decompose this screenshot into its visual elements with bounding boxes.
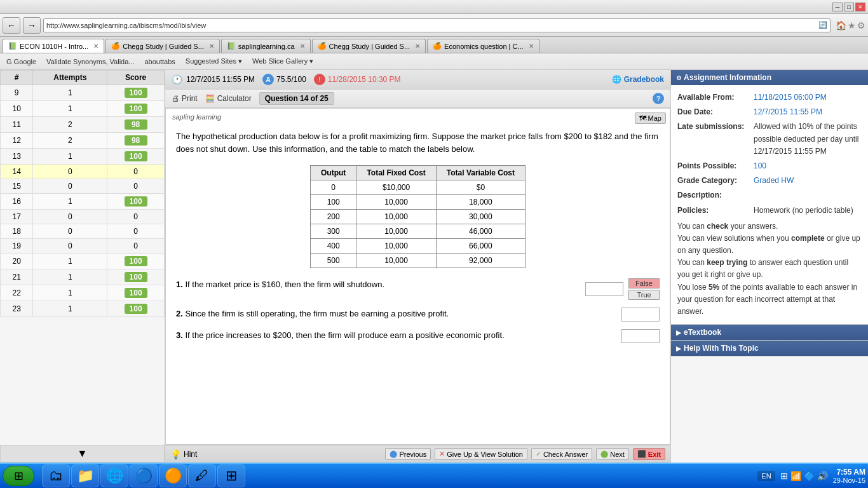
table-row[interactable]: 211100 [1,269,165,285]
assignment-info-header[interactable]: ⊖ Assignment Information [671,70,868,85]
row-score: 100 [107,301,165,317]
table-row[interactable]: 131100 [1,149,165,165]
calculator-button[interactable]: 🧮 Calculator [205,94,252,103]
sub-q3-answer-box[interactable] [621,329,660,343]
tab-chegg1[interactable]: 🍊 Chegg Study | Guided S... ✕ [105,39,220,53]
table-row[interactable]: 231100 [1,301,165,317]
print-button[interactable]: 🖨 Print [172,94,198,103]
taskbar-app4[interactable]: 🟠 [159,464,187,487]
maximize-button[interactable]: □ [844,3,854,11]
table-row: 10010,00018,000 [311,195,526,210]
exit-button[interactable]: ⬛ Exit [633,448,665,460]
print-icon: 🖨 [172,94,179,103]
sub-q2-answer-box[interactable] [621,308,660,322]
row-attempts: 2 [33,133,107,149]
help-button[interactable]: ? [653,93,664,104]
check-answer-button[interactable]: ✓ Check Answer [531,448,592,460]
tab-favicon-economics: 🍊 [433,42,442,51]
tab-favicon-econ: 📗 [8,42,17,51]
bookmark-google[interactable]: G Google [4,57,39,67]
tab-econ[interactable]: 📗 ECON 1010H - Intro... ✕ [3,39,104,53]
late-row: Late submissions: Allowed with 10% of th… [677,121,862,158]
table-row[interactable]: 221100 [1,285,165,301]
tab-close-econ[interactable]: ✕ [93,43,98,50]
etextbook-header[interactable]: ▶ eTextbook [671,325,868,340]
true-button-q1[interactable]: True [628,290,660,300]
table-row[interactable]: 1500 [1,179,165,194]
tools-button[interactable]: ⚙ [857,20,865,30]
table-row[interactable]: 1400 [1,165,165,179]
tab-sapling[interactable]: 📗 saplinglearning.ca ✕ [221,39,311,53]
due-date-label: Due Date: [677,106,754,118]
sub-question-1: 1. If the market price is $160, then the… [176,278,660,300]
row-attempts: 1 [33,285,107,301]
row-num: 9 [1,85,33,101]
browser-actions[interactable]: 🏠 ★ ⚙ [836,20,865,30]
taskbar-chrome[interactable]: 🔵 [130,464,158,487]
tab-close-chegg1[interactable]: ✕ [209,43,214,50]
sub-q1-answer-box[interactable] [585,282,623,296]
table-row[interactable]: 91100 [1,85,165,101]
address-bar[interactable]: http://www.saplinglearning.ca/ibiscms/mo… [43,18,831,32]
due-time-text: 11/28/2015 10:30 PM [328,75,401,84]
home-button[interactable]: 🏠 [836,20,846,30]
map-button[interactable]: 🗺 Map [635,112,666,124]
taskbar-word[interactable]: 🖊 [188,464,216,487]
exit-icon: ⬛ [637,450,646,458]
next-button[interactable]: ⬤ Next [596,448,629,460]
help-header[interactable]: ▶ Help With This Topic [671,341,868,356]
taskbar-ie[interactable]: 🌐 [100,464,128,487]
close-button[interactable]: ✕ [855,3,865,11]
tab-close-economics[interactable]: ✕ [529,43,534,50]
table-row[interactable]: 1900 [1,239,165,254]
table-row[interactable]: 1700 [1,210,165,224]
bookmark-suggested[interactable]: Suggested Sites ▾ [183,56,245,67]
tab-close-chegg2[interactable]: ✕ [415,43,420,50]
row-attempts: 0 [33,239,107,254]
bookmark-validate[interactable]: Validate Synonyms, Valida... [44,57,137,67]
windows-icon: ⊞ [780,471,788,481]
bookmark-abouttabs[interactable]: abouttabs [142,57,177,67]
bookmark-webslice[interactable]: Web Slice Gallery ▾ [250,56,316,67]
table-row[interactable]: 12298 [1,133,165,149]
taskbar-explorer[interactable]: 🗂 [42,464,70,487]
taskbar-folder[interactable]: 📁 [71,464,99,487]
row-score: 98 [107,117,165,133]
globe-icon: 🌐 [612,75,621,84]
giveup-button[interactable]: ✕ Give Up & View Solution [435,448,527,460]
table-cell: 10,000 [356,239,436,254]
gradebook-link[interactable]: 🌐 Gradebook [612,75,664,84]
table-row[interactable]: 1800 [1,224,165,239]
window-controls[interactable]: ─ □ ✕ [832,3,865,11]
policy-note-1: You can check your answers. [677,220,862,233]
next-label: Next [610,451,625,458]
tab-economics[interactable]: 🍊 Economics question | C... ✕ [427,39,539,53]
row-num: 14 [1,165,33,179]
tab-close-sapling[interactable]: ✕ [300,43,305,50]
tab-chegg2[interactable]: 🍊 Chegg Study | Guided S... ✕ [312,39,426,53]
score-circle: A [262,74,274,85]
start-button[interactable]: ⊞ [3,466,34,486]
forward-button[interactable]: → [23,17,41,34]
available-from-row: Available From: 11/18/2015 06:00 PM [677,92,862,104]
score-badge: 100 [125,304,147,314]
taskbar-app5[interactable]: ⊞ [217,464,245,487]
col-tfc: Total Fixed Cost [356,166,436,180]
scroll-down-arrow[interactable]: ▼ [0,445,165,463]
desc-row: Description: [677,189,862,201]
back-button[interactable]: ← [3,17,20,34]
false-button-q1[interactable]: False [628,278,660,288]
table-row[interactable]: 161100 [1,194,165,210]
row-score: 100 [107,254,165,269]
table-row[interactable]: 201100 [1,254,165,269]
favorites-button[interactable]: ★ [848,20,856,30]
table-row[interactable]: 11298 [1,117,165,133]
hint-button[interactable]: 💡 Hint [170,449,197,459]
table-row[interactable]: 101100 [1,101,165,117]
previous-button[interactable]: ⬤ Previous [385,448,431,460]
refresh-button[interactable]: 🔄 [818,21,827,29]
table-cell: 46,000 [436,224,525,239]
calculator-icon: 🧮 [205,94,215,103]
minimize-button[interactable]: ─ [832,3,843,11]
row-score: 0 [107,210,165,224]
